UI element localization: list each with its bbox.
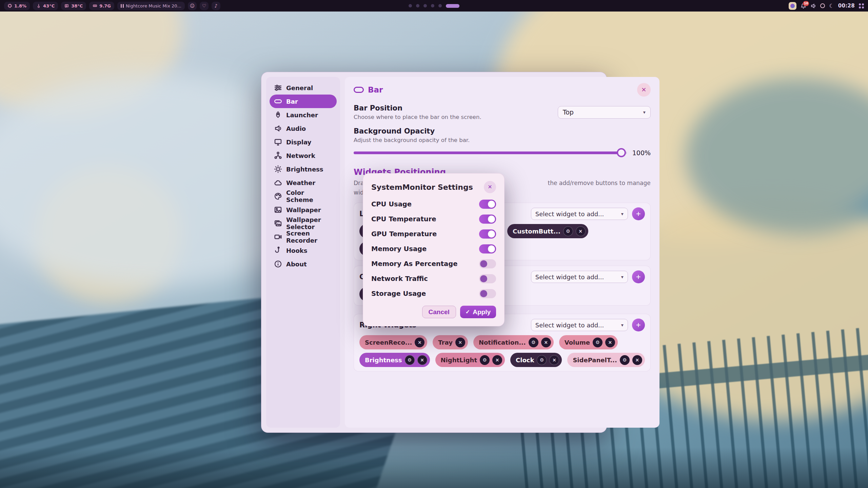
widget-remove-button[interactable]: × — [576, 226, 586, 236]
workspace-dot[interactable] — [423, 4, 427, 7]
monitor-icon — [274, 138, 282, 146]
settings-sidebar: General Bar Launcher Audio Display Netwo… — [266, 77, 340, 428]
night-light-icon[interactable]: ☾ — [829, 3, 834, 9]
widget-settings-button[interactable]: ⚙ — [529, 338, 538, 347]
bar-icon — [274, 97, 282, 105]
memory-widget[interactable]: 9.7G — [89, 2, 114, 10]
widget-chip[interactable]: Volume ⚙ × — [559, 335, 618, 349]
add-widget-select[interactable]: Select widget to add... ▾ — [531, 319, 628, 331]
sidebar-item-general[interactable]: General — [270, 81, 337, 95]
workspace-dot[interactable] — [431, 4, 434, 7]
storage-usage-toggle[interactable] — [479, 289, 496, 298]
opacity-slider[interactable] — [354, 151, 627, 154]
info-icon — [274, 260, 282, 268]
widget-chip[interactable]: ScreenReco... × — [359, 335, 427, 349]
opacity-desc: Adjust the background opacity of the bar… — [354, 137, 651, 143]
workspace-dot[interactable] — [438, 4, 442, 7]
sidebar-item-display[interactable]: Display — [270, 135, 337, 149]
media-widget[interactable]: Nightcore Music Mix 20... — [117, 2, 185, 10]
gpu-temp-value: 38°C — [71, 3, 83, 8]
heart-icon[interactable]: ♡ — [200, 2, 209, 10]
media-title: Nightcore Music Mix 20... — [126, 3, 181, 8]
widget-settings-button[interactable]: ⚙ — [563, 226, 573, 236]
widget-remove-button[interactable]: × — [492, 355, 502, 365]
toggle-label: CPU Usage — [371, 200, 412, 208]
add-widget-button[interactable]: + — [632, 319, 645, 331]
workspace-dot[interactable] — [416, 4, 419, 7]
widget-chip[interactable]: CustomButt... ⚙ × — [507, 224, 588, 238]
sidebar-item-wallpaper-selector[interactable]: Wallpaper Selector — [270, 217, 337, 230]
widget-remove-button[interactable]: × — [605, 338, 615, 347]
window-close-button[interactable]: ✕ — [637, 83, 651, 97]
note-icon[interactable]: ♪ — [212, 2, 220, 10]
volume-button[interactable] — [810, 3, 816, 9]
ram-icon — [93, 3, 97, 8]
sidebar-item-hooks[interactable]: Hooks — [270, 244, 337, 257]
color-picker-icon[interactable] — [789, 2, 796, 10]
add-widget-select[interactable]: Select widget to add... ▾ — [531, 208, 628, 220]
sidebar-item-screen-recorder[interactable]: Screen Recorder — [270, 230, 337, 244]
clock[interactable]: 00:28 — [838, 3, 855, 9]
widget-remove-button[interactable]: × — [417, 355, 427, 365]
cpu-usage-value: 1.8% — [14, 3, 26, 8]
widget-settings-button[interactable]: ⚙ — [405, 355, 415, 365]
bar-position-select[interactable]: Top ▾ — [558, 106, 651, 119]
emoji-icon[interactable]: ☺ — [188, 2, 197, 10]
apps-grid-icon[interactable] — [859, 3, 864, 8]
gpu-temperature-toggle[interactable] — [479, 229, 496, 239]
add-widget-button[interactable]: + — [632, 207, 645, 220]
memory-as-percentage-toggle[interactable] — [479, 259, 496, 268]
widget-chip[interactable]: Brightness ⚙ × — [359, 353, 430, 367]
widget-remove-button[interactable]: × — [415, 338, 425, 347]
images-icon — [274, 219, 282, 227]
cpu-temp-widget[interactable]: 43°C — [33, 2, 58, 10]
slider-thumb[interactable] — [617, 148, 626, 157]
widget-chip[interactable]: Notification... ⚙ × — [473, 335, 554, 349]
pause-icon — [121, 4, 124, 8]
widget-remove-button[interactable]: × — [541, 338, 551, 347]
widget-remove-button[interactable]: × — [549, 355, 559, 365]
workspace-active-pill[interactable] — [446, 4, 459, 8]
opacity-value: 100% — [632, 149, 651, 157]
widget-remove-button[interactable]: × — [632, 355, 642, 365]
widget-settings-button[interactable]: ⚙ — [620, 355, 630, 365]
widget-settings-button[interactable]: ⚙ — [480, 355, 490, 365]
sidebar-item-wallpaper[interactable]: Wallpaper — [270, 203, 337, 217]
cpu-temp-value: 43°C — [43, 3, 55, 8]
dialog-close-button[interactable]: ✕ — [484, 181, 496, 193]
cancel-button[interactable]: Cancel — [422, 306, 456, 318]
hook-icon — [274, 246, 282, 255]
widget-settings-button[interactable]: ⚙ — [537, 355, 547, 365]
cpu-usage-toggle[interactable] — [479, 200, 496, 209]
cpu-temperature-toggle[interactable] — [479, 215, 496, 224]
sidebar-item-launcher[interactable]: Launcher — [270, 108, 337, 122]
widget-chip[interactable]: SidePanelT... ⚙ × — [567, 353, 645, 367]
apply-button[interactable]: ✓ Apply — [460, 306, 496, 318]
widget-chip[interactable]: Clock ⚙ × — [510, 353, 562, 367]
widget-chip[interactable]: NightLight ⚙ × — [435, 353, 505, 367]
dialog-title: SystemMonitor Settings — [371, 183, 473, 191]
widget-chip[interactable]: Tray × — [433, 335, 468, 349]
memory-usage-toggle[interactable] — [479, 244, 496, 253]
bar-position-setting: Bar Position Choose where to place the b… — [354, 104, 651, 120]
sidebar-item-audio[interactable]: Audio — [270, 122, 337, 135]
add-widget-button[interactable]: + — [632, 270, 645, 283]
widget-remove-button[interactable]: × — [455, 338, 465, 347]
record-icon[interactable] — [820, 3, 825, 8]
cpu-usage-widget[interactable]: 1.8% — [4, 2, 30, 10]
add-widget-select[interactable]: Select widget to add... ▾ — [531, 271, 628, 283]
sidebar-item-network[interactable]: Network — [270, 149, 337, 162]
sidebar-item-bar[interactable]: Bar — [270, 95, 337, 108]
sidebar-item-brightness[interactable]: Brightness — [270, 162, 337, 176]
wallpaper-vignette — [0, 447, 868, 488]
sidebar-item-about[interactable]: About — [270, 257, 337, 271]
bar-position-value: Top — [563, 108, 574, 116]
sidebar-item-weather[interactable]: Weather — [270, 176, 337, 189]
workspace-dot[interactable] — [409, 4, 412, 7]
network-traffic-toggle[interactable] — [479, 274, 496, 283]
toggle-label: Storage Usage — [371, 290, 426, 298]
gpu-temp-widget[interactable]: 38°C — [61, 2, 86, 10]
notifications-button[interactable]: 10 — [801, 3, 806, 9]
widget-settings-button[interactable]: ⚙ — [593, 338, 603, 347]
sidebar-item-color-scheme[interactable]: Color Scheme — [270, 189, 337, 203]
